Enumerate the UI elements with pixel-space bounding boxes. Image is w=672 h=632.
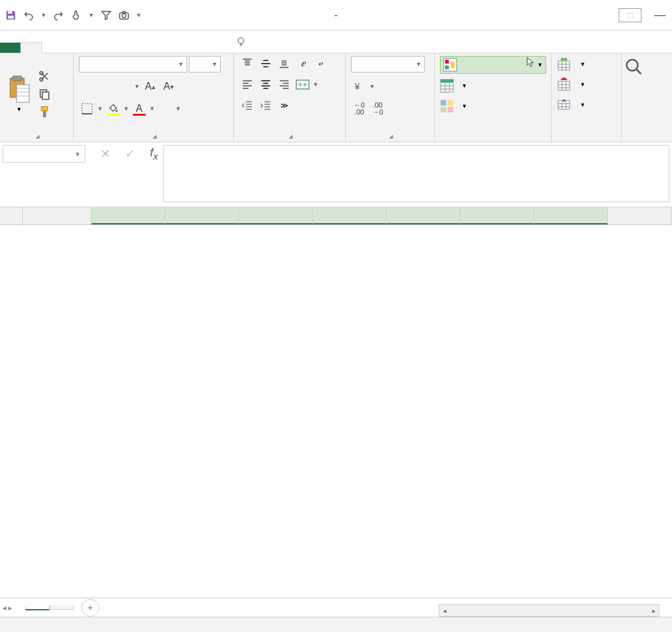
group-alignment: ⅇ ↵ ▼ ≫ ◢ [234, 53, 346, 142]
orientation-icon[interactable]: ⅇ [294, 56, 311, 71]
worksheet-grid[interactable] [0, 207, 672, 225]
horizontal-scrollbar[interactable]: ◂▸ [439, 604, 659, 617]
increase-decimal-icon[interactable]: ←0.00 [351, 100, 367, 117]
enter-formula-icon[interactable]: ✓ [125, 147, 135, 161]
font-color-icon[interactable]: A [131, 100, 147, 117]
phonetic-icon[interactable] [157, 100, 174, 117]
tab-power-pivot[interactable] [205, 43, 225, 53]
font-size-combo[interactable]: ▼ [189, 56, 221, 72]
col-header-B[interactable] [92, 207, 165, 224]
number-format-combo[interactable]: ▼ [351, 56, 425, 72]
copy-icon[interactable] [37, 86, 52, 102]
new-sheet-button[interactable]: ＋ [81, 599, 99, 617]
align-right-icon[interactable] [276, 77, 292, 92]
align-launcher-icon[interactable]: ◢ [289, 134, 292, 139]
conditional-formatting-button[interactable]: ▼ [440, 56, 546, 74]
svg-rect-7 [17, 85, 29, 102]
svg-point-32 [627, 60, 638, 71]
cut-icon[interactable] [37, 69, 52, 84]
save-icon[interactable] [5, 10, 17, 21]
font-launcher-icon[interactable]: ◢ [153, 134, 156, 139]
cancel-formula-icon[interactable]: ✕ [100, 147, 110, 161]
tab-acrobat[interactable] [184, 43, 205, 53]
col-header-H[interactable] [534, 207, 608, 224]
group-cells: ▼ ▼ ▼ [552, 53, 622, 142]
fx-icon[interactable]: fx [150, 146, 158, 161]
svg-rect-6 [13, 76, 22, 81]
cursor-icon [526, 57, 537, 68]
format-as-table-button[interactable]: ▼ [440, 78, 546, 94]
group-styles: ▼ ▼ ▼ [435, 53, 552, 142]
column-headers [0, 207, 672, 225]
select-all-corner[interactable] [0, 207, 23, 224]
minimize-icon[interactable]: — [654, 8, 666, 22]
tab-data[interactable] [103, 43, 123, 53]
italic-button[interactable] [97, 78, 114, 95]
increase-indent-icon[interactable] [257, 98, 274, 113]
fill-color-icon[interactable] [105, 100, 121, 117]
group-clipboard: ▼ ◢ [0, 53, 74, 142]
group-font: ▼ ▼ ▼ A▴ A▾ ▼ ▼ A ▼ ▼ ◢ [74, 53, 234, 142]
border-icon[interactable] [79, 100, 95, 117]
col-header-E[interactable] [313, 207, 387, 224]
col-header-G[interactable] [460, 207, 534, 224]
clipboard-launcher-icon[interactable]: ◢ [36, 134, 39, 139]
font-name-combo[interactable]: ▼ [79, 56, 187, 72]
underline-button[interactable] [116, 78, 132, 95]
ribbon-display-icon[interactable]: ⬚ [619, 8, 641, 22]
touch-mode-icon[interactable] [71, 10, 82, 21]
merge-icon[interactable] [294, 77, 311, 92]
align-center-icon[interactable] [257, 77, 274, 92]
align-top-icon[interactable] [239, 56, 256, 71]
svg-rect-27 [448, 107, 453, 113]
decrease-font-icon[interactable]: A▾ [160, 78, 177, 95]
tab-home[interactable] [20, 42, 42, 53]
tab-review[interactable] [123, 43, 144, 53]
delete-cells-button[interactable]: ▼ [557, 76, 616, 93]
filter-icon[interactable] [100, 10, 112, 21]
tab-view[interactable] [144, 43, 164, 53]
undo-icon[interactable] [23, 10, 34, 21]
wrap-text-icon[interactable]: ↵ [313, 56, 329, 71]
sheet-tab-1[interactable] [25, 605, 50, 610]
svg-text:¥: ¥ [354, 81, 360, 92]
col-header-I[interactable] [608, 207, 671, 224]
col-header-D[interactable] [239, 207, 313, 224]
format-painter-icon[interactable] [37, 104, 52, 120]
cell-styles-button[interactable]: ▼ [440, 98, 546, 114]
sheet-tab-2[interactable] [50, 605, 74, 610]
ribbon: ▼ ◢ ▼ ▼ ▼ A▴ A▾ [0, 53, 672, 142]
name-box[interactable]: ▼ [3, 145, 85, 163]
align-bottom-icon[interactable] [276, 56, 292, 71]
align-left-icon[interactable] [239, 77, 256, 92]
tab-insert[interactable] [42, 43, 62, 53]
insert-cells-button[interactable]: ▼ [557, 56, 616, 72]
formula-input[interactable] [163, 145, 669, 202]
camera-icon[interactable] [118, 10, 130, 21]
format-cells-button[interactable]: ▼ [557, 97, 616, 113]
comma-icon[interactable] [395, 78, 412, 95]
bold-button[interactable] [79, 78, 95, 95]
col-header-F[interactable] [387, 207, 460, 224]
redo-icon[interactable] [53, 10, 64, 21]
tab-page-layout[interactable] [62, 43, 83, 53]
decrease-decimal-icon[interactable]: .00→0 [369, 100, 386, 117]
sheet-nav[interactable]: ◂ ▸ [3, 603, 12, 612]
tell-me[interactable] [225, 31, 261, 53]
increase-font-icon[interactable]: A▴ [142, 78, 158, 95]
align-middle-icon[interactable] [257, 56, 274, 71]
decrease-indent-icon[interactable] [239, 98, 256, 113]
tab-developer[interactable] [164, 43, 184, 53]
percent-icon[interactable] [377, 78, 394, 95]
svg-point-3 [122, 13, 126, 17]
col-header-C[interactable] [165, 207, 239, 224]
svg-rect-1 [8, 15, 14, 18]
find-icon[interactable] [624, 57, 643, 76]
paste-button[interactable]: ▼ [5, 56, 33, 132]
tab-formulas[interactable] [83, 43, 103, 53]
number-launcher-icon[interactable]: ◢ [389, 134, 393, 139]
col-header-A[interactable] [23, 207, 92, 224]
tab-file[interactable] [0, 43, 20, 53]
orientation-dropdown-icon[interactable]: ≫ [276, 98, 292, 113]
accounting-icon[interactable]: ¥ [351, 78, 367, 95]
